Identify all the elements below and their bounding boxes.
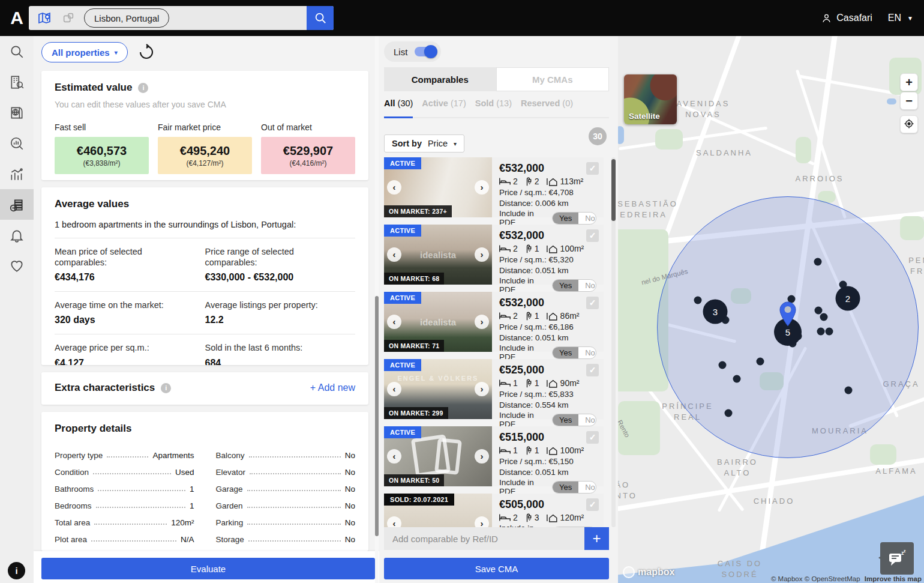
- sort-dropdown[interactable]: Sort by Price ▾: [384, 134, 464, 153]
- photo-next-arrow[interactable]: ›: [475, 516, 489, 527]
- pdf-no-button[interactable]: No: [578, 482, 596, 493]
- filter-active[interactable]: Active (17): [422, 98, 466, 117]
- osm-attribution[interactable]: © OpenStreetMap: [805, 575, 860, 582]
- tab-my-cmas[interactable]: My CMAs: [496, 67, 610, 91]
- select-checkbox[interactable]: ✓: [586, 498, 599, 511]
- sidebar-item-statistics[interactable]: [0, 159, 34, 189]
- map-property-dot[interactable]: [814, 258, 822, 266]
- select-checkbox[interactable]: ✓: [586, 431, 599, 444]
- property-photo[interactable]: SOLD: 20.07.2021‹›: [384, 494, 492, 527]
- select-checkbox[interactable]: ✓: [586, 364, 599, 376]
- evaluate-button[interactable]: Evaluate: [41, 558, 375, 579]
- pdf-yes-button[interactable]: Yes: [553, 414, 578, 426]
- property-photo[interactable]: ACTIVEENGEL & VÖLKERS‹›ON MARKET: 299: [384, 359, 492, 419]
- sidebar-item-favorites[interactable]: [0, 250, 34, 281]
- subject-property-pin[interactable]: [779, 301, 797, 329]
- comparable-card[interactable]: ACTIVEidealista‹›ON MARKET: 68€532,000✓2…: [384, 225, 604, 285]
- info-button[interactable]: i: [8, 562, 25, 579]
- add-comparable-button[interactable]: +: [584, 527, 609, 550]
- photo-prev-arrow[interactable]: ‹: [387, 315, 401, 329]
- search-button[interactable]: [307, 6, 334, 30]
- out-of-market-value-box[interactable]: €529,907 (€4,416/m²): [261, 137, 355, 174]
- filter-reserved[interactable]: Reserved (0): [521, 98, 573, 117]
- pdf-no-button[interactable]: No: [578, 280, 596, 291]
- filter-all[interactable]: All (30): [384, 98, 413, 118]
- map-property-dot[interactable]: [820, 313, 828, 321]
- comparable-card[interactable]: SOLD: 20.07.2021‹›€505,000✓23120m²Includ…: [384, 494, 604, 527]
- save-cma-button[interactable]: Save CMA: [384, 558, 609, 579]
- map-property-dot[interactable]: [719, 361, 727, 369]
- map-cluster-marker[interactable]: 3: [703, 300, 728, 324]
- select-checkbox[interactable]: ✓: [586, 229, 599, 242]
- user-menu[interactable]: Casafari: [821, 13, 872, 23]
- zoom-in-button[interactable]: +: [900, 73, 918, 91]
- filter-sold[interactable]: Sold (13): [475, 98, 512, 117]
- photo-prev-arrow[interactable]: ‹: [387, 449, 401, 464]
- photo-next-arrow[interactable]: ›: [475, 247, 489, 262]
- improve-map-link[interactable]: Improve this map: [865, 575, 922, 582]
- photo-next-arrow[interactable]: ›: [475, 315, 489, 329]
- pdf-no-button[interactable]: No: [578, 213, 596, 224]
- pdf-yes-button[interactable]: Yes: [553, 347, 578, 358]
- search-bar[interactable]: Lisbon, Portugal: [29, 6, 334, 30]
- locate-button[interactable]: [900, 115, 918, 133]
- map-property-dot[interactable]: [757, 358, 764, 366]
- compare-mode-icon[interactable]: [60, 10, 77, 26]
- mapbox-attribution[interactable]: © Mapbox: [771, 575, 803, 582]
- map-property-dot[interactable]: [817, 328, 825, 336]
- map-property-dot[interactable]: [725, 409, 733, 417]
- property-photo[interactable]: ACTIVE‹›ON MARKET: 50: [384, 426, 492, 486]
- map-property-dot[interactable]: [694, 297, 702, 304]
- add-comparable-input[interactable]: [384, 527, 609, 550]
- property-photo[interactable]: ACTIVEidealista‹›ON MARKET: 71: [384, 292, 492, 352]
- casafari-logo[interactable]: A: [7, 8, 26, 28]
- pdf-no-button[interactable]: No: [578, 414, 596, 426]
- select-checkbox[interactable]: ✓: [586, 162, 599, 175]
- language-selector[interactable]: EN ▼: [888, 13, 913, 23]
- zoom-out-button[interactable]: −: [900, 92, 918, 110]
- satellite-toggle[interactable]: Satellite: [624, 74, 677, 124]
- list-view-toggle[interactable]: List: [384, 41, 441, 62]
- location-chip[interactable]: Lisbon, Portugal: [84, 8, 169, 28]
- map-search-mode-icon[interactable]: [36, 10, 53, 26]
- chat-widget[interactable]: z z: [880, 542, 914, 575]
- map-attribution[interactable]: © Mapbox © OpenStreetMap Improve this ma…: [771, 575, 922, 582]
- sidebar-item-market-analytics[interactable]: [0, 128, 34, 159]
- map-property-dot[interactable]: [845, 387, 853, 394]
- map-cluster-marker[interactable]: 2: [836, 286, 860, 311]
- toggle-switch[interactable]: [415, 47, 436, 56]
- fast-sell-value-box[interactable]: €460,573 (€3,838/m²): [55, 137, 149, 174]
- left-panel-scrollbar[interactable]: [375, 36, 379, 583]
- tab-comparables[interactable]: Comparables: [384, 67, 496, 91]
- comparable-card[interactable]: ACTIVEENGEL & VÖLKERS‹›ON MARKET: 299€52…: [384, 359, 604, 419]
- info-icon[interactable]: i: [161, 383, 171, 393]
- photo-next-arrow[interactable]: ›: [475, 382, 489, 396]
- map-property-dot[interactable]: [733, 375, 741, 383]
- add-new-button[interactable]: + Add new: [310, 382, 355, 393]
- photo-prev-arrow[interactable]: ‹: [387, 516, 401, 527]
- photo-prev-arrow[interactable]: ‹: [387, 382, 401, 396]
- pdf-yes-button[interactable]: Yes: [553, 482, 578, 493]
- sidebar-item-property-search[interactable]: [0, 67, 34, 97]
- select-checkbox[interactable]: ✓: [586, 297, 599, 309]
- comparable-card[interactable]: ACTIVE‹›ON MARKET: 50€515,000✓11100m²Pri…: [384, 426, 604, 486]
- pdf-yes-button[interactable]: Yes: [553, 280, 578, 291]
- sidebar-item-cma[interactable]: [0, 189, 34, 220]
- sidebar-item-map-report[interactable]: [0, 97, 34, 128]
- map-property-dot[interactable]: [826, 328, 833, 336]
- photo-prev-arrow[interactable]: ‹: [387, 180, 401, 195]
- property-photo[interactable]: ACTIVE‹›ON MARKET: 237+: [384, 157, 492, 217]
- mapbox-logo[interactable]: mapbox: [623, 566, 674, 578]
- photo-prev-arrow[interactable]: ‹: [387, 247, 401, 262]
- comparable-card[interactable]: ACTIVE‹›ON MARKET: 237+€532,000✓22113m²P…: [384, 157, 604, 217]
- sidebar-item-alerts[interactable]: [0, 220, 34, 250]
- photo-next-arrow[interactable]: ›: [475, 180, 489, 195]
- info-icon[interactable]: i: [138, 83, 148, 93]
- properties-filter-dropdown[interactable]: All properties ▾: [41, 42, 128, 62]
- refresh-button[interactable]: [137, 43, 156, 62]
- comparables-scrollbar[interactable]: [611, 157, 616, 527]
- pdf-yes-button[interactable]: Yes: [553, 213, 578, 224]
- map-canvas[interactable]: Satellite + − z z mapbox © Mapbox © Open…: [618, 36, 924, 583]
- fair-market-value-box[interactable]: €495,240 (€4,127/m²): [158, 137, 252, 174]
- pdf-no-button[interactable]: No: [578, 347, 596, 358]
